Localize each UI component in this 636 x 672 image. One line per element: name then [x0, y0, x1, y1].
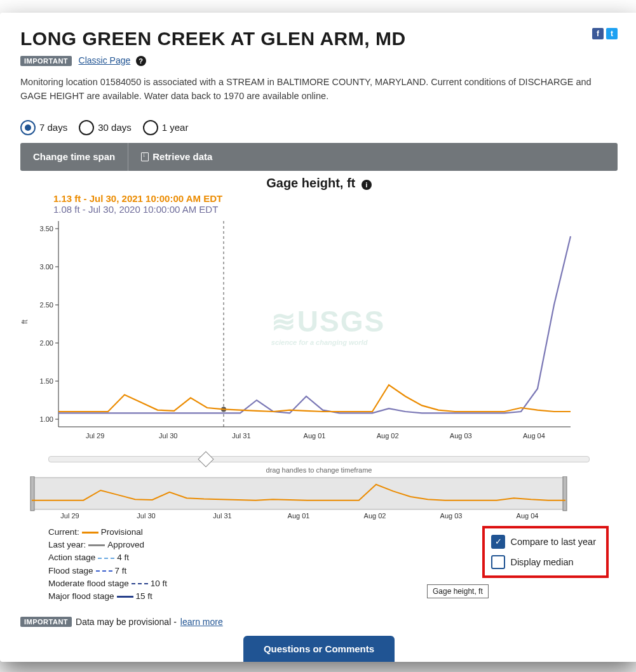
important-badge: IMPORTANT: [20, 56, 72, 66]
checkbox-icon: [491, 555, 505, 569]
svg-text:2.00: 2.00: [40, 339, 53, 347]
svg-text:1.50: 1.50: [40, 377, 53, 385]
svg-text:Jul 29: Jul 29: [86, 432, 104, 440]
radio-label: 30 days: [98, 122, 132, 133]
svg-text:Aug 02: Aug 02: [377, 432, 399, 440]
svg-text:Aug 01: Aug 01: [288, 512, 310, 520]
radio-label: 1 year: [162, 122, 189, 133]
page-title: LONG GREEN CREEK AT GLEN ARM, MD: [20, 28, 406, 50]
help-icon[interactable]: ?: [136, 56, 146, 66]
retrieve-label: Retrieve data: [152, 151, 212, 162]
svg-text:Aug 03: Aug 03: [440, 512, 463, 520]
svg-text:Aug 04: Aug 04: [517, 512, 539, 520]
twitter-icon[interactable]: t: [606, 28, 618, 39]
svg-text:2.50: 2.50: [40, 301, 53, 309]
radio-30-days[interactable]: 30 days: [79, 120, 132, 135]
radio-label: 7 days: [39, 122, 67, 133]
svg-text:Aug 03: Aug 03: [450, 432, 472, 440]
svg-text:Jul 30: Jul 30: [137, 512, 155, 520]
chart-svg: 1.001.502.002.503.003.50Jul 29Jul 30Jul …: [20, 217, 577, 446]
svg-text:Jul 29: Jul 29: [60, 512, 79, 520]
location-description: Monitoring location 01584050 is associat…: [20, 75, 618, 104]
retrieve-data-button[interactable]: Retrieve data: [128, 143, 225, 171]
svg-text:Jul 31: Jul 31: [232, 432, 250, 440]
main-chart[interactable]: 1.13 ft - Jul 30, 2021 10:00:00 AM EDT 1…: [20, 193, 618, 446]
checkbox-label: Display median: [510, 557, 573, 567]
compare-controls-highlight: ✓ Compare to last year Display median: [482, 526, 609, 578]
checkbox-label: Compare to last year: [510, 537, 596, 547]
download-icon: [141, 152, 149, 161]
chart-toolbar: Change time span Retrieve data: [20, 143, 618, 171]
mini-svg: Jul 29Jul 30Jul 31Aug 01Aug 02Aug 03Aug …: [29, 476, 568, 521]
social-share: f t: [592, 28, 618, 39]
svg-text:Aug 01: Aug 01: [304, 432, 326, 440]
radio-7-days[interactable]: 7 days: [20, 120, 67, 135]
svg-text:3.00: 3.00: [40, 263, 53, 271]
svg-text:Aug 02: Aug 02: [364, 512, 386, 520]
slider-handle[interactable]: [198, 451, 213, 467]
drag-hint: drag handles to change timeframe: [20, 466, 618, 474]
change-timespan-button[interactable]: Change time span: [20, 143, 128, 171]
radio-1-year[interactable]: 1 year: [143, 120, 189, 135]
chart-title: Gage height, ft i: [20, 176, 618, 191]
important-badge: IMPORTANT: [20, 617, 72, 627]
classic-page-link[interactable]: Classic Page: [79, 55, 131, 65]
cursor-readout-current: 1.13 ft - Jul 30, 2021 10:00:00 AM EDT: [53, 193, 618, 204]
compare-lastyear-checkbox[interactable]: ✓ Compare to last year: [491, 535, 596, 549]
y-axis-unit: ft: [20, 319, 29, 324]
cursor-readout-lastyear: 1.08 ft - Jul 30, 2020 10:00:00 AM EDT: [53, 204, 618, 215]
svg-text:1.00: 1.00: [40, 415, 53, 423]
time-slider[interactable]: [48, 456, 590, 462]
svg-text:Jul 31: Jul 31: [213, 512, 231, 520]
svg-text:Aug 04: Aug 04: [523, 432, 545, 440]
timespan-radios: 7 days 30 days 1 year: [20, 120, 618, 135]
display-median-checkbox[interactable]: Display median: [491, 555, 596, 569]
overview-chart[interactable]: Jul 29Jul 30Jul 31Aug 01Aug 02Aug 03Aug …: [29, 476, 609, 521]
legend: Current:Provisional Last year:Approved A…: [48, 526, 167, 603]
checkbox-icon: ✓: [491, 535, 505, 549]
svg-rect-25: [563, 476, 567, 511]
questions-comments-button[interactable]: Questions or Comments: [243, 636, 395, 662]
series-tooltip: Gage height, ft: [427, 584, 489, 598]
svg-text:3.50: 3.50: [40, 225, 53, 232]
provisional-notice: IMPORTANT Data may be provisional - lear…: [20, 617, 618, 627]
svg-text:Jul 30: Jul 30: [159, 432, 177, 440]
learn-more-link[interactable]: learn more: [180, 617, 223, 627]
classic-row: IMPORTANT Classic Page ?: [20, 55, 618, 66]
info-icon[interactable]: i: [362, 180, 372, 190]
facebook-icon[interactable]: f: [592, 28, 604, 39]
svg-rect-24: [30, 476, 34, 511]
